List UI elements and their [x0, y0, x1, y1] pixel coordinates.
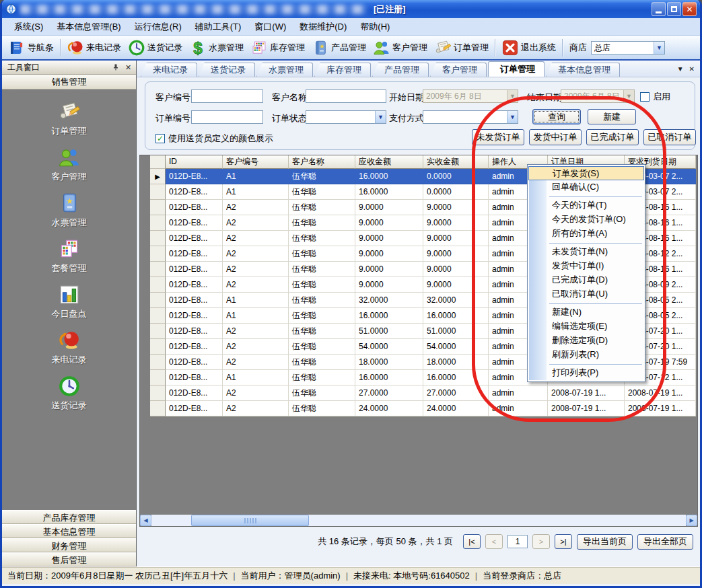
column-header-3[interactable]: 应收金额	[355, 155, 423, 169]
context-menu-item-0[interactable]: 订单发货(S)	[528, 166, 644, 180]
scrollbar-track[interactable]	[151, 515, 686, 526]
toolbar-button-water-ticket[interactable]: $水票管理	[186, 38, 247, 58]
cell-received[interactable]: 16.0000	[423, 308, 489, 324]
cell-id[interactable]: 012D-E8...	[166, 215, 223, 231]
cell-customer_name[interactable]: 伍华聪	[289, 169, 355, 184]
toolbar-button-order[interactable]: 订单管理	[431, 38, 492, 58]
cell-receivable[interactable]: 16.0000	[355, 184, 423, 200]
menubar-item-3[interactable]: 辅助工具(T)	[188, 19, 248, 35]
cell-received[interactable]: 0.0000	[423, 184, 489, 200]
order-status-filter-button-0[interactable]: 未发货订单	[472, 129, 524, 145]
cell-received[interactable]: 54.0000	[423, 339, 489, 355]
tab-2[interactable]: 水票管理	[256, 63, 313, 77]
toolbar-button-inventory[interactable]: 库存管理	[247, 38, 308, 58]
cell-customer_name[interactable]: 伍华聪	[289, 355, 355, 370]
context-menu-item-14[interactable]: 删除选定项(D)	[528, 334, 645, 348]
toolbar-button-delivery-record[interactable]: 送货记录	[125, 38, 186, 58]
cell-id[interactable]: 012D-E8...	[166, 184, 223, 200]
cell-id[interactable]: 012D-E8...	[166, 370, 223, 385]
menubar-item-6[interactable]: 帮助(H)	[353, 19, 396, 35]
tab-0[interactable]: 来电记录	[141, 63, 197, 77]
cell-customer_no[interactable]: A2	[223, 200, 289, 215]
sidebar-group-3[interactable]: 售后管理	[2, 552, 136, 566]
menubar-item-1[interactable]: 基本信息管理(B)	[50, 19, 127, 35]
cell-required_date[interactable]: 2008-07-19 1...	[625, 401, 696, 416]
cell-receivable[interactable]: 16.0000	[355, 308, 423, 324]
context-menu-item-17[interactable]: 打印列表(P)	[528, 366, 645, 380]
cell-order_date[interactable]: 2008-07-19 1...	[548, 401, 625, 416]
sidebar-item-5[interactable]: 来电记录	[2, 324, 136, 369]
cell-customer_no[interactable]: A2	[223, 324, 289, 339]
menubar-item-2[interactable]: 运行信息(R)	[128, 19, 188, 35]
cell-receivable[interactable]: 32.0000	[355, 293, 423, 308]
cell-customer_no[interactable]: A2	[223, 339, 289, 355]
cell-received[interactable]: 9.0000	[423, 246, 489, 262]
pin-icon[interactable]	[110, 63, 120, 73]
tab-1[interactable]: 送货记录	[199, 63, 255, 77]
order-status-combobox[interactable]: ▼	[306, 110, 386, 124]
cell-received[interactable]: 0.0000	[423, 169, 489, 184]
prev-page-button[interactable]: <	[485, 534, 503, 549]
cell-customer_name[interactable]: 伍华聪	[289, 231, 355, 246]
order-status-filter-button-3[interactable]: 已取消订单	[643, 129, 696, 145]
cell-customer_no[interactable]: A2	[223, 231, 289, 246]
toolbar-button-customer[interactable]: 客户管理	[370, 38, 431, 58]
tab-6[interactable]: 订单管理	[488, 61, 545, 77]
sidebar-item-6[interactable]: 送货记录	[2, 369, 136, 415]
sidebar-group-0[interactable]: 产品库存管理	[2, 510, 136, 524]
cell-customer_name[interactable]: 伍华聪	[289, 246, 355, 262]
order-status-filter-button-2[interactable]: 已完成订单	[586, 129, 639, 145]
end-date-picker[interactable]: 2009年 6月 8日 ▼	[561, 89, 635, 103]
cell-id[interactable]: 012D-E8...	[166, 277, 223, 293]
tab-5[interactable]: 客户管理	[430, 63, 487, 77]
tab-3[interactable]: 库存管理	[314, 63, 371, 77]
cell-receivable[interactable]: 9.0000	[355, 200, 423, 215]
context-menu-item-15[interactable]: 刷新列表(R)	[528, 348, 645, 362]
cell-operator[interactable]: admin	[489, 385, 548, 401]
sidebar-item-0[interactable]: 订单管理	[2, 95, 136, 141]
cell-received[interactable]: 16.0000	[423, 370, 489, 385]
cell-id[interactable]: 012D-E8...	[166, 262, 223, 277]
cell-customer_no[interactable]: A2	[223, 215, 289, 231]
context-menu-item-13[interactable]: 编辑选定项(E)	[528, 320, 645, 334]
column-header-0[interactable]: ID	[166, 155, 223, 169]
first-page-button[interactable]: |<	[463, 534, 481, 549]
close-button[interactable]: ✕	[682, 2, 697, 16]
context-menu-item-10[interactable]: 已取消订单(U)	[528, 287, 645, 301]
cell-receivable[interactable]: 27.0000	[355, 385, 423, 401]
last-page-button[interactable]: >|	[555, 534, 572, 549]
context-menu-item-9[interactable]: 已完成订单(D)	[528, 273, 645, 287]
cell-customer_no[interactable]: A1	[223, 293, 289, 308]
cell-customer_name[interactable]: 伍华聪	[289, 184, 355, 200]
cell-id[interactable]: 012D-E8...	[166, 231, 223, 246]
table-row[interactable]: 012D-E8...A2伍华聪24.000024.0000admin2008-0…	[150, 401, 696, 416]
cell-id[interactable]: 012D-E8...	[166, 308, 223, 324]
maximize-button[interactable]	[667, 2, 681, 16]
tab-list-dropdown-icon[interactable]: ▼	[677, 65, 684, 73]
cell-customer_no[interactable]: A1	[223, 308, 289, 324]
toolbar-button-product[interactable]: 产品管理	[308, 38, 370, 58]
toolbar-button-exit[interactable]: 退出系统	[498, 38, 559, 58]
cell-id[interactable]: 012D-E8...	[166, 200, 223, 215]
context-menu-item-4[interactable]: 今天的发货订单(O)	[528, 213, 645, 227]
cell-received[interactable]: 9.0000	[423, 215, 489, 231]
customer-name-input[interactable]	[306, 89, 386, 103]
scrollbar-thumb[interactable]	[191, 515, 309, 526]
cell-receivable[interactable]: 9.0000	[355, 215, 423, 231]
cell-customer_name[interactable]: 伍华聪	[289, 293, 355, 308]
cell-customer_no[interactable]: A1	[223, 184, 289, 200]
toolbar-button-call-record[interactable]: 来电记录	[63, 38, 125, 58]
cell-id[interactable]: 012D-E8...	[166, 169, 223, 184]
export-current-page-button[interactable]: 导出当前页	[577, 534, 633, 550]
sidebar-item-2[interactable]: 水票管理	[2, 186, 136, 232]
cell-id[interactable]: 012D-E8...	[166, 293, 223, 308]
context-menu-item-7[interactable]: 未发货订单(N)	[528, 245, 645, 259]
cell-received[interactable]: 9.0000	[423, 200, 489, 215]
tab-close-icon[interactable]: ✕	[689, 65, 695, 73]
start-date-picker[interactable]: 2009年 6月 8日 ▼	[423, 89, 518, 103]
context-menu-item-8[interactable]: 发货中订单(I)	[528, 259, 645, 273]
scroll-left-arrow-icon[interactable]: ◀	[140, 515, 151, 526]
menubar-item-4[interactable]: 窗口(W)	[248, 19, 293, 35]
cell-customer_name[interactable]: 伍华聪	[289, 385, 355, 401]
new-button[interactable]: 新建	[588, 109, 636, 124]
